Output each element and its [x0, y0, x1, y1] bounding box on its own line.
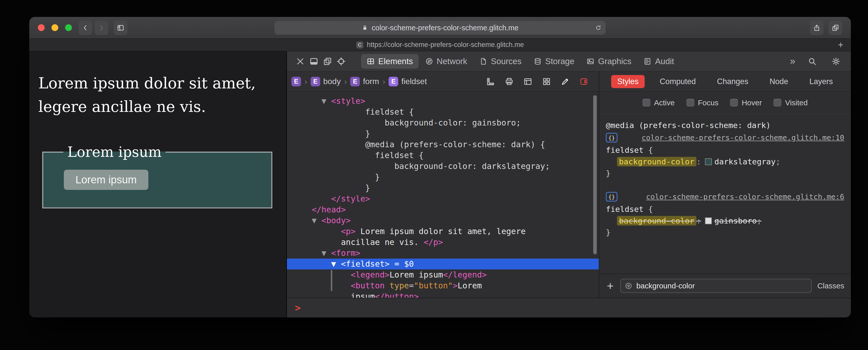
address-bar[interactable]: color-scheme-prefers-color-scheme.glitch… — [275, 21, 606, 35]
undock-button[interactable] — [321, 54, 334, 68]
dom-tree-node[interactable]: ▼ <body> — [287, 215, 599, 226]
semicolon: ; — [757, 216, 762, 225]
dom-tree: ▼ <style> fieldset { background-color: g… — [287, 92, 599, 298]
checkbox-active[interactable] — [643, 99, 651, 107]
breadcrumb-item-fieldset[interactable]: Efieldset — [389, 77, 427, 86]
edit-element-button[interactable] — [558, 75, 572, 89]
inspector-tab-storage[interactable]: Storage — [528, 54, 580, 69]
more-tabs-button[interactable]: » — [790, 56, 795, 67]
graphics-icon — [586, 57, 594, 65]
dom-tree-node[interactable]: background-color: gainsboro; — [287, 117, 599, 128]
dom-tree-node[interactable]: <legend>Lorem ipsum</legend> — [287, 269, 599, 280]
force-appearance-button[interactable] — [577, 75, 591, 89]
style-rule-source-link[interactable]: color-scheme-prefers-color-scheme.glitch… — [646, 193, 844, 201]
breadcrumb-bar: E›Ebody›Eform›Efieldset — [287, 71, 599, 91]
selector-text[interactable]: fieldset — [606, 145, 644, 154]
css-property-name[interactable]: background-color — [617, 216, 696, 226]
color-swatch[interactable] — [705, 217, 712, 224]
dom-tree-node[interactable]: </head> — [287, 204, 599, 215]
inspect-element-button[interactable] — [334, 54, 348, 68]
minimize-window-button[interactable] — [52, 24, 58, 31]
frames-button[interactable] — [521, 75, 535, 89]
rulers-button[interactable] — [483, 75, 498, 89]
grid-overlay-button[interactable] — [539, 75, 554, 89]
dom-token: fieldset { — [302, 107, 414, 117]
dom-tree-node[interactable]: ancillae ne vis. </p> — [287, 237, 599, 248]
console-prompt-bar[interactable]: > — [287, 298, 851, 317]
inspector-tab-sources[interactable]: Sources — [474, 54, 527, 69]
dom-token: <legend> — [302, 270, 390, 280]
dom-tree-node[interactable]: <p> Lorem ipsum dolor sit amet, legere — [287, 226, 599, 237]
sidebar-tab-styles[interactable]: Styles — [611, 75, 645, 88]
safari-window: color-scheme-prefers-color-scheme.glitch… — [29, 17, 851, 317]
inspector-tab-elements[interactable]: Elements — [361, 54, 418, 69]
print-styles-button[interactable] — [502, 75, 517, 89]
css-property-value[interactable]: gainsboro — [714, 216, 757, 225]
forward-button[interactable] — [95, 21, 108, 35]
breadcrumb-item-form[interactable]: Eform — [350, 77, 379, 86]
settings-button[interactable] — [829, 54, 843, 68]
css-property-value[interactable]: darkslategray — [714, 157, 776, 166]
dom-token: ipsum — [302, 292, 375, 298]
dock-bottom-button[interactable] — [307, 54, 321, 68]
close-inspector-button[interactable] — [293, 54, 307, 68]
dom-token: </legend> — [443, 270, 487, 280]
dom-token: <p> — [302, 227, 355, 236]
style-filter-field[interactable]: background-color — [620, 279, 812, 293]
dom-token: fieldset { — [302, 150, 424, 160]
zoom-window-button[interactable] — [65, 24, 72, 31]
dom-tree-node[interactable]: <button type="button">Lorem — [287, 280, 599, 291]
css-property-name[interactable]: background-color — [617, 157, 696, 167]
state-toggle-focus: Focus — [686, 98, 719, 107]
inspector-tab-graphics[interactable]: Graphics — [581, 54, 637, 69]
checkbox-hover[interactable] — [730, 99, 738, 107]
sidebar-toggle-button[interactable] — [114, 21, 127, 35]
reload-icon[interactable] — [595, 25, 601, 31]
dom-tree-scrollbar[interactable] — [593, 95, 597, 254]
selector-text[interactable]: fieldset — [606, 205, 644, 214]
new-tab-button[interactable]: + — [838, 40, 843, 50]
sidebar-tab-computed[interactable]: Computed — [654, 75, 702, 88]
close-window-button[interactable] — [38, 24, 45, 31]
dom-tree-node[interactable]: background-color: darkslategray; — [287, 161, 599, 172]
dom-token: <form> — [331, 248, 361, 258]
breadcrumb-item-document[interactable]: E — [291, 77, 301, 86]
printer-icon — [505, 77, 514, 86]
colon: : — [696, 216, 701, 225]
style-rule-source-link[interactable]: color-scheme-prefers-color-scheme.glitch… — [642, 133, 844, 142]
dom-tree-node[interactable]: fieldset { — [287, 150, 599, 161]
color-swatch[interactable] — [705, 158, 712, 165]
back-button[interactable] — [79, 21, 92, 35]
dom-tree-node[interactable]: ipsum</button> — [287, 291, 599, 298]
dom-tree-node[interactable]: fieldset { — [287, 107, 599, 117]
state-toggle-label: Hover — [742, 98, 762, 107]
rule-selector: fieldset { — [606, 203, 844, 215]
new-rule-button[interactable]: + — [606, 280, 615, 292]
dom-tree-node[interactable]: ▼ <form> — [287, 248, 599, 259]
dom-token: </style> — [302, 194, 370, 204]
breadcrumb-item-body[interactable]: Ebody — [311, 77, 341, 86]
classes-button[interactable]: Classes — [817, 282, 844, 290]
dom-tree-node[interactable]: } — [287, 172, 599, 182]
share-button[interactable] — [810, 21, 824, 35]
dom-tree-node[interactable]: ▼ <style> — [287, 96, 599, 107]
inspector-tab-audit[interactable]: Audit — [638, 54, 680, 69]
dom-tree-node[interactable]: } — [287, 182, 599, 194]
web-page-content: Lorem ipsum dolor sit amet, legere ancil… — [29, 51, 286, 317]
css-declaration[interactable]: background-color:darkslategray; — [606, 156, 844, 168]
sidebar-tab-node[interactable]: Node — [764, 75, 794, 88]
tab-overview-button[interactable] — [829, 21, 842, 35]
dom-tree-node[interactable]: </style> — [287, 194, 599, 204]
browser-tab[interactable]: C https://color-scheme-prefers-color-sch… — [356, 41, 524, 49]
checkbox-focus[interactable] — [686, 99, 694, 107]
checkbox-visited[interactable] — [773, 99, 781, 107]
page-button[interactable]: Lorem ipsum — [64, 170, 148, 190]
dom-tree-node[interactable]: } — [287, 128, 599, 139]
dom-tree-node[interactable]: @media (prefers-color-scheme: dark) { — [287, 139, 599, 150]
search-button[interactable] — [805, 54, 819, 68]
sidebar-tab-layers[interactable]: Layers — [803, 75, 839, 88]
sidebar-tab-changes[interactable]: Changes — [711, 75, 754, 88]
css-declaration[interactable]: background-color:gainsboro; — [606, 215, 844, 227]
inspector-tab-network[interactable]: Network — [420, 54, 473, 69]
dom-tree-node[interactable]: ▼ <fieldset> = $0 — [287, 259, 599, 269]
